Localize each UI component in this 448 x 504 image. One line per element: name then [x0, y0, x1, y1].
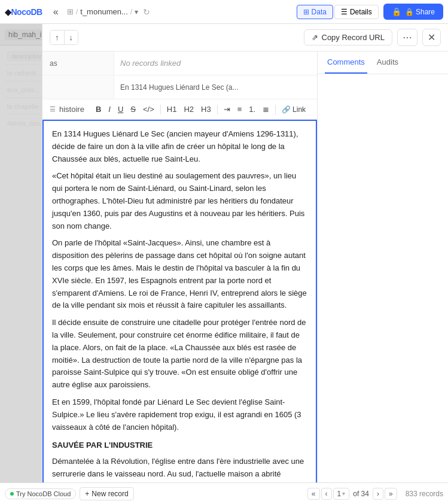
app-logo: ◆NocoDB: [5, 7, 42, 17]
link-icon: ⇗: [312, 33, 318, 42]
histoire-para-3: On parle de l'hôpital «Saint-Jacques». A…: [52, 237, 307, 312]
page-number[interactable]: 1 ▾: [333, 488, 350, 500]
page-last-button[interactable]: »: [385, 488, 397, 500]
toolbar-divider-1: [160, 105, 161, 114]
h1-button[interactable]: H1: [164, 103, 180, 116]
bottom-bar: Try NocoDB Cloud + New record « ‹ 1 ▾ of…: [0, 482, 448, 504]
new-record-button[interactable]: + New record: [80, 487, 133, 500]
tab-data[interactable]: ⊞ Data: [297, 5, 333, 19]
histoire-section: ☰ histoire B I U S </> H1 H2 H3: [42, 99, 317, 482]
field-row-1: as No records linked: [42, 51, 317, 75]
toolbar-divider-3: [275, 105, 276, 114]
tab-group: ⊞ Data ☰ Details: [297, 5, 379, 19]
plus-icon: +: [85, 490, 89, 498]
nav-arrows: ↑ ↓: [50, 30, 78, 45]
right-panel: Comments Audits: [318, 51, 448, 482]
record-modal: ↑ ↓ ⇗ Copy Record URL ⋯ ✕ as N: [42, 24, 448, 482]
indent-button[interactable]: ⇥: [221, 103, 233, 116]
histoire-section-title: SAUVÉE PAR L'INDUSTRIE: [52, 439, 307, 452]
bullet-list-button[interactable]: ≡: [234, 103, 245, 116]
breadcrumb-sep1: /: [76, 7, 78, 16]
cloud-badge[interactable]: Try NocoDB Cloud: [5, 488, 76, 499]
bold-button[interactable]: B: [93, 103, 104, 116]
copy-url-button[interactable]: ⇗ Copy Record URL: [304, 29, 393, 45]
link-button[interactable]: 🔗 Link: [279, 104, 309, 116]
fields-area: as No records linked En 1314 Hugues Lién…: [42, 51, 318, 482]
histoire-label: ☰ histoire: [50, 105, 84, 114]
grid-icon: ⊞: [303, 8, 309, 16]
page-prev-button[interactable]: ‹: [321, 488, 332, 500]
more-options-button[interactable]: ⋯: [397, 29, 417, 46]
top-bar: ◆NocoDB « ⊞ / t_monumen... / ▾ ↻ ⊞ Data …: [0, 0, 448, 24]
histoire-content[interactable]: En 1314 Hugues Liénard Le Sec (ancien ma…: [42, 120, 317, 482]
page-next-button[interactable]: ›: [373, 488, 383, 500]
histoire-toolbar: ☰ histoire B I U S </> H1 H2 H3: [42, 99, 317, 120]
page-first-button[interactable]: «: [307, 488, 320, 500]
breadcrumb-chevron[interactable]: ▾: [135, 8, 138, 16]
chevron-icon: ▾: [342, 490, 345, 497]
histoire-para-6: Démantelée à la Révolution, l'église ent…: [52, 456, 307, 482]
h3-button[interactable]: H3: [198, 103, 214, 116]
record-body: as No records linked En 1314 Hugues Lién…: [42, 51, 448, 482]
histoire-para-4: Il décide ensuite de construire une cita…: [52, 317, 307, 391]
collapse-button[interactable]: «: [50, 5, 62, 19]
align-button[interactable]: ≣: [260, 103, 272, 116]
tab-comments[interactable]: Comments: [325, 51, 367, 74]
right-tabs: Comments Audits: [318, 51, 448, 74]
records-count: 833 records: [406, 490, 443, 498]
nav-up-button[interactable]: ↑: [50, 31, 65, 44]
histoire-para-5: Et en 1599, l'hôpital fondé par Liénard …: [52, 396, 307, 433]
field-row-2: En 1314 Hugues Liénard Le Sec (a...: [42, 75, 317, 99]
tab-details[interactable]: ☰ Details: [334, 5, 379, 19]
histoire-para-2: «Cet hôpital était un lieu destiné au so…: [52, 170, 307, 232]
code-button[interactable]: </>: [140, 103, 157, 116]
cloud-status-dot: [10, 492, 14, 496]
field-label-2: [42, 75, 114, 99]
breadcrumb: ⊞ / t_monumen... / ▾ ↻: [67, 7, 292, 17]
close-button[interactable]: ✕: [422, 29, 441, 46]
share-button[interactable]: 🔒 🔒 Share: [383, 4, 443, 20]
h2-button[interactable]: H2: [181, 103, 197, 116]
breadcrumb-table[interactable]: t_monumen...: [80, 7, 128, 16]
toolbar-divider-2: [217, 105, 218, 114]
nav-down-button[interactable]: ↓: [65, 31, 78, 44]
of-label: of 34: [351, 490, 371, 498]
histoire-para-1: En 1314 Hugues Liénard Le Sec (ancien ma…: [52, 128, 307, 165]
breadcrumb-separator: ⊞: [67, 7, 74, 16]
comments-empty: [318, 74, 448, 482]
field-label-1: as: [42, 51, 114, 75]
details-icon: ☰: [341, 8, 348, 16]
tab-audits[interactable]: Audits: [374, 51, 401, 74]
record-modal-header: ↑ ↓ ⇗ Copy Record URL ⋯ ✕: [42, 24, 448, 51]
main-content: hib_mah_ima_tec 🔍 titre_m... description…: [0, 24, 448, 482]
pagination: « ‹ 1 ▾ of 34 › »: [307, 488, 397, 500]
italic-button[interactable]: I: [105, 103, 114, 116]
strikethrough-button[interactable]: S: [127, 103, 139, 116]
refresh-button[interactable]: ↻: [143, 7, 150, 17]
field-value-2[interactable]: En 1314 Hugues Liénard Le Sec (a...: [114, 75, 317, 99]
underline-button[interactable]: U: [115, 103, 126, 116]
editor-toolbar: B I U S </> H1 H2 H3 ⇥ ≡ 1.: [93, 103, 309, 116]
ordered-list-button[interactable]: 1.: [246, 103, 258, 116]
lock-icon: 🔒: [392, 7, 401, 16]
link-icon: 🔗: [282, 105, 291, 114]
breadcrumb-sep2: /: [130, 7, 133, 16]
list-icon: ☰: [50, 105, 56, 113]
field-value-1[interactable]: No records linked: [114, 51, 317, 75]
